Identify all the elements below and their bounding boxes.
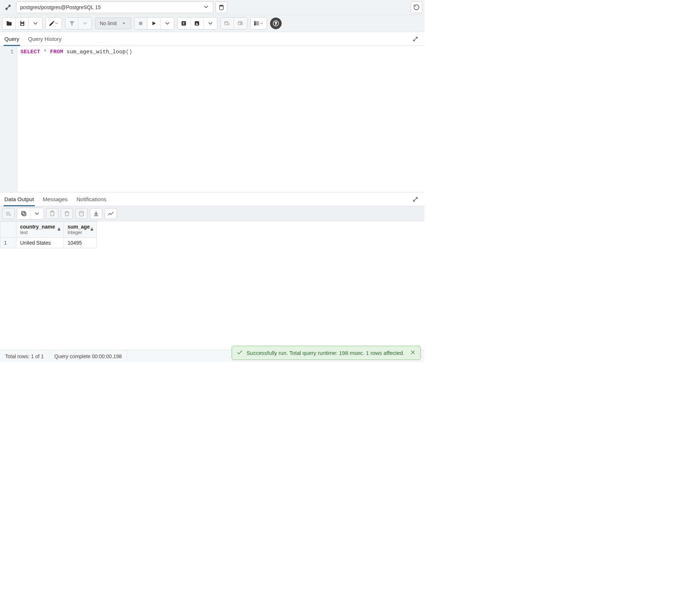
commit-button xyxy=(221,18,234,29)
editor-code[interactable]: SELECT * FROM sum_ages_with_loop() xyxy=(18,46,135,192)
limit-label: No limit xyxy=(100,20,117,26)
transaction-group xyxy=(220,17,247,30)
reset-layout-button[interactable] xyxy=(411,1,422,13)
status-total-rows: Total rows: 1 of 1 xyxy=(0,350,49,363)
tab-label: Data Output xyxy=(4,196,34,202)
column-header[interactable]: sum_ageinteger xyxy=(64,222,97,238)
svg-text:E: E xyxy=(183,22,185,25)
connection-status-icon[interactable] xyxy=(2,1,14,13)
toast-message: Successfully run. Total query runtime: 1… xyxy=(247,350,404,356)
svg-point-13 xyxy=(225,21,228,23)
edit-group xyxy=(45,17,62,30)
filter-button xyxy=(65,18,79,29)
save-file-button[interactable] xyxy=(16,18,29,29)
help-button[interactable]: ? xyxy=(270,18,282,29)
tab-query[interactable]: Query xyxy=(4,32,20,46)
paste-button xyxy=(46,208,58,219)
lock-icon xyxy=(57,227,61,233)
sql-editor[interactable]: 1 SELECT * FROM sum_ages_with_loop() xyxy=(0,46,425,192)
explain-analyze-button[interactable] xyxy=(191,18,204,29)
lock-icon xyxy=(90,227,94,233)
svg-rect-11 xyxy=(197,23,197,25)
copy-group xyxy=(17,208,44,219)
connection-label: postgres/postgres@PostgreSQL 15 xyxy=(20,4,101,10)
svg-rect-5 xyxy=(139,22,142,25)
tab-label: Notifications xyxy=(76,196,106,202)
tab-notifications[interactable]: Notifications xyxy=(76,192,107,206)
svg-rect-10 xyxy=(196,23,197,25)
svg-rect-12 xyxy=(198,24,198,25)
explain-button[interactable]: E xyxy=(178,18,191,29)
connection-select[interactable]: postgres/postgres@PostgreSQL 15 xyxy=(16,1,213,13)
delete-row-button xyxy=(61,208,73,219)
svg-marker-4 xyxy=(122,23,125,24)
table-row[interactable]: 1United States10495 xyxy=(0,238,97,248)
line-number: 1 xyxy=(1,48,14,56)
copy-button[interactable] xyxy=(17,208,30,219)
expand-output-button[interactable] xyxy=(410,194,421,206)
chevron-down-icon xyxy=(203,4,209,11)
column-header[interactable]: country_nametext xyxy=(16,222,64,238)
tab-label: Query History xyxy=(28,36,62,42)
add-row-button xyxy=(2,208,15,219)
toast-close-button[interactable] xyxy=(410,349,416,357)
filter-group xyxy=(65,17,92,30)
save-data-button xyxy=(75,208,88,219)
explain-group: E xyxy=(177,17,217,30)
svg-rect-2 xyxy=(21,21,23,22)
tab-messages[interactable]: Messages xyxy=(42,192,68,206)
execute-group xyxy=(134,17,174,30)
execute-button[interactable] xyxy=(148,18,161,29)
tab-query-history[interactable]: Query History xyxy=(27,32,62,46)
new-connection-button[interactable] xyxy=(216,1,227,13)
save-dropdown-button[interactable] xyxy=(29,18,42,29)
open-file-button[interactable] xyxy=(3,18,16,29)
svg-rect-3 xyxy=(21,24,23,26)
limit-select[interactable]: No limit xyxy=(95,18,131,29)
editor-gutter: 1 xyxy=(0,46,18,192)
svg-point-1 xyxy=(220,5,224,7)
svg-rect-31 xyxy=(22,211,25,215)
rownum-cell[interactable]: 1 xyxy=(0,238,16,248)
svg-point-34 xyxy=(80,211,84,213)
success-toast: Successfully run. Total query runtime: 1… xyxy=(232,346,421,360)
status-bar: Total rows: 1 of 1 Query complete 00:00:… xyxy=(0,350,425,362)
file-group xyxy=(2,17,42,30)
caret-down-icon xyxy=(121,20,126,27)
cell[interactable]: United States xyxy=(16,238,64,248)
rownum-header[interactable] xyxy=(0,222,16,238)
output-tabs: Data Output Messages Notifications xyxy=(0,192,425,206)
result-grid-wrap: country_nametextsum_ageinteger 1United S… xyxy=(0,221,425,350)
query-toolbar: No limit E 123 xyxy=(0,15,425,32)
svg-text:?: ? xyxy=(274,21,277,26)
connection-bar: postgres/postgres@PostgreSQL 15 xyxy=(0,0,425,15)
status-query-complete: Query complete 00:00:00.198 xyxy=(49,350,127,363)
copy-dropdown-button[interactable] xyxy=(30,208,43,219)
check-icon xyxy=(236,349,243,357)
rollback-button xyxy=(234,18,247,29)
svg-rect-30 xyxy=(23,213,26,216)
tab-label: Query xyxy=(4,36,19,42)
svg-line-24 xyxy=(414,198,418,202)
stop-button xyxy=(134,18,148,29)
tab-data-output[interactable]: Data Output xyxy=(4,192,35,206)
svg-marker-6 xyxy=(152,22,156,26)
svg-rect-37 xyxy=(58,229,60,230)
macros-button[interactable]: 123 xyxy=(251,18,267,29)
result-toolbar xyxy=(0,206,425,221)
svg-rect-38 xyxy=(91,229,93,230)
download-button[interactable] xyxy=(90,208,102,219)
execute-dropdown-button[interactable] xyxy=(161,18,174,29)
svg-line-23 xyxy=(414,37,418,41)
filter-dropdown-button xyxy=(79,18,92,29)
explain-dropdown-button[interactable] xyxy=(204,18,217,29)
graph-visualizer-button[interactable] xyxy=(104,208,117,219)
cell[interactable]: 10495 xyxy=(64,238,97,248)
expand-editor-button[interactable] xyxy=(410,34,421,46)
tab-label: Messages xyxy=(43,196,68,202)
query-tabs: Query Query History xyxy=(0,32,425,46)
result-grid[interactable]: country_nametextsum_ageinteger 1United S… xyxy=(0,221,97,248)
svg-line-0 xyxy=(6,5,10,9)
edit-button[interactable] xyxy=(46,18,62,29)
macro-group: 123 xyxy=(250,17,267,30)
